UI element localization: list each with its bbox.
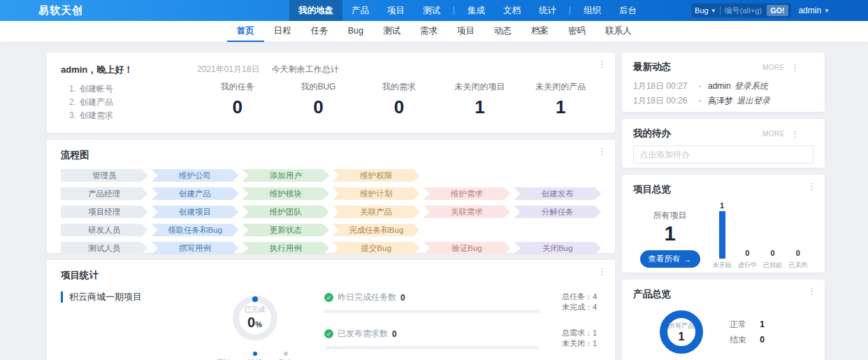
subnav-item-bug[interactable]: Bug (338, 21, 373, 42)
kebab-menu-icon[interactable]: ⋮ (807, 287, 816, 296)
subnav-item-profile[interactable]: 档案 (521, 21, 558, 42)
user-menu[interactable]: admin ▼ (798, 6, 830, 15)
subnav-item-calendar[interactable]: 日程 (264, 21, 301, 42)
kebab-menu-icon[interactable]: ⋮ (807, 182, 816, 191)
flow-chip[interactable]: 关联需求 (424, 206, 511, 218)
flow-chip[interactable]: 领取任务和Bug (152, 224, 239, 236)
nav-item-report[interactable]: 统计 (530, 0, 565, 21)
add-todo-input[interactable] (633, 145, 813, 164)
check-circle-icon: ✓ (324, 329, 333, 338)
subnav-item-dynamic[interactable]: 动态 (484, 21, 521, 42)
flow-chip[interactable]: 研发人员 (61, 224, 148, 236)
kebab-menu-icon[interactable]: ⋮ (598, 147, 607, 156)
subnav-item-password[interactable]: 密码 (558, 21, 595, 42)
flowchart-card: ⋮ 流程图 管理员 维护公司 添加用户 维护权限 产品经理 创建产品 维护模块 (47, 140, 615, 253)
flow-chip[interactable]: 验证Bug (424, 242, 511, 254)
nav-item-test[interactable]: 测试 (414, 0, 449, 21)
search-type-select[interactable]: Bug ▼ (695, 6, 716, 15)
username: admin (798, 6, 821, 15)
search-input[interactable] (720, 6, 763, 15)
legend-dot-gray (284, 352, 288, 356)
subnav-item-test[interactable]: 测试 (373, 21, 410, 42)
product-overview-body: 所有产品 1 正常 1 结束 0 (633, 310, 813, 354)
nav-item-project[interactable]: 项目 (378, 0, 414, 21)
flow-chip[interactable]: 分解任务 (514, 206, 601, 218)
flow-row-project-manager: 项目经理 创建项目 维护团队 关联产品 关联需求 分解任务 (61, 206, 601, 218)
kebab-menu-icon[interactable]: ⋮ (598, 59, 607, 69)
my-todo-title: 我的待办 (633, 127, 671, 140)
kebab-menu-icon[interactable]: ⋮ (790, 129, 800, 138)
subnav-item-home[interactable]: 首页 (227, 21, 264, 42)
flow-chip[interactable]: 更新状态 (242, 224, 329, 236)
flow-chip[interactable]: 关闭Bug (514, 242, 601, 254)
nav-item-admin[interactable]: 后台 (610, 0, 646, 21)
flow-chip[interactable]: 完成任务和Bug (333, 224, 420, 236)
onboarding-step-create-account[interactable]: 1.创建帐号 (61, 82, 197, 96)
stat-open-products: 未关闭的产品 1 (520, 81, 601, 118)
subnav-item-project[interactable]: 项目 (447, 21, 484, 42)
date-note: 今天剩余工作总计 (272, 64, 339, 74)
flow-chip[interactable]: 维护需求 (424, 187, 511, 200)
onboarding-step-create-story[interactable]: 3.创建需求 (61, 109, 197, 122)
navbar-right: Bug ▼ GO! admin ▼ (692, 3, 830, 17)
nav-item-integration[interactable]: 集成 (458, 0, 494, 21)
flow-chip[interactable]: 添加用户 (242, 169, 329, 182)
view-all-button[interactable]: 查看所有 → (640, 250, 700, 268)
caret-down-icon: ▼ (824, 8, 830, 14)
nav-item-organization[interactable]: 组织 (574, 0, 610, 21)
donut-legend: 预计 消耗 剩余 (217, 352, 293, 360)
product-donut-chart: 所有产品 1 (660, 310, 703, 354)
news-item[interactable]: 1月18日 00:27 admin 登录系统 (633, 79, 813, 94)
onboarding-step-create-product[interactable]: 2.创建产品 (61, 96, 197, 109)
subnav-item-contacts[interactable]: 联系人 (595, 21, 642, 42)
flow-chip[interactable]: 创建产品 (152, 187, 239, 200)
top-navbar: 易软天创 我的地盘 产品 项目 测试 集成 文档 统计 组织 后台 Bug ▼ … (0, 0, 868, 21)
flow-chip[interactable]: 项目经理 (61, 206, 148, 218)
flow-chip[interactable]: 管理员 (61, 169, 148, 182)
subnav-item-story[interactable]: 需求 (410, 21, 447, 42)
legend-left: 剩余 (279, 352, 293, 360)
completion-donut-chart: 已完成 0% (233, 296, 277, 340)
more-link[interactable]: MORE (762, 64, 785, 71)
caret-down-icon: ▼ (711, 8, 716, 14)
flow-chip[interactable]: 创建项目 (152, 206, 239, 218)
flow-row-product-manager: 产品经理 创建产品 维护模块 维护计划 维护需求 创建发布 (61, 187, 601, 200)
flow-chip[interactable]: 产品经理 (61, 187, 148, 200)
bar (719, 211, 725, 259)
flow-chip[interactable]: 维护权限 (333, 169, 420, 182)
latest-dynamics-card: 最新动态 MORE ⋮ 1月18日 00:27 admin 登录系统 1月18日… (622, 52, 825, 112)
flow-chip[interactable]: 关联产品 (333, 206, 420, 218)
my-todo-card: 我的待办 MORE ⋮ (622, 119, 825, 168)
flow-chip[interactable]: 维护公司 (152, 169, 239, 182)
flow-chip[interactable]: 维护模块 (242, 187, 329, 200)
flow-chip[interactable]: 创建发布 (514, 187, 601, 200)
metric-stories-released: ✓ 已发布需求数 0 总需求：1 未关闭：1 (324, 328, 597, 350)
donut-progress-dot (252, 296, 258, 302)
project-name-link[interactable]: 积云商城一期项目 (61, 291, 194, 303)
flow-chip[interactable]: 撰写用例 (152, 242, 239, 254)
flow-chip[interactable]: 执行用例 (242, 242, 329, 254)
kebab-menu-icon[interactable]: ⋮ (598, 267, 607, 276)
news-item[interactable]: 1月18日 00:26 高泽梦 退出登录 (633, 94, 813, 108)
flow-row-developer: 研发人员 领取任务和Bug 更新状态 完成任务和Bug (61, 224, 601, 236)
flow-chip[interactable]: 测试人员 (61, 242, 148, 254)
flow-chip[interactable]: 提交Bug (333, 242, 420, 254)
left-column: ⋮ admin，晚上好！ 1.创建帐号 2.创建产品 3.创建需求 2021 (47, 52, 615, 360)
subnav-item-task[interactable]: 任务 (301, 21, 338, 42)
search-go-button[interactable]: GO! (767, 5, 789, 16)
nav-item-product[interactable]: 产品 (342, 0, 378, 21)
nav-item-doc[interactable]: 文档 (494, 0, 530, 21)
project-stats-card: ⋮ 项目统计 积云商城一期项目 已完成 0% 预计 (47, 260, 615, 360)
more-link[interactable]: MORE (762, 130, 785, 138)
nav-item-my-zone[interactable]: 我的地盘 (289, 0, 342, 21)
kebab-menu-icon[interactable]: ⋮ (790, 63, 800, 72)
summary-stats-row: 我的任务 0 我的BUG 0 我的需求 0 未关闭的项目 (197, 81, 601, 118)
global-search: Bug ▼ GO! (692, 3, 791, 17)
welcome-right: 2021年01月18日 今天剩余工作总计 我的任务 0 我的BUG 0 (197, 64, 601, 122)
app-logo[interactable]: 易软天创 (38, 4, 83, 17)
metric-tasks-finished: ✓ 昨日完成任务数 0 总任务：4 未完成：4 (324, 291, 597, 313)
product-legend: 正常 1 结束 0 (730, 315, 765, 350)
stat-my-bugs: 我的BUG 0 (278, 81, 359, 118)
flow-chip[interactable]: 维护计划 (333, 187, 420, 200)
flow-chip[interactable]: 维护团队 (242, 206, 329, 218)
